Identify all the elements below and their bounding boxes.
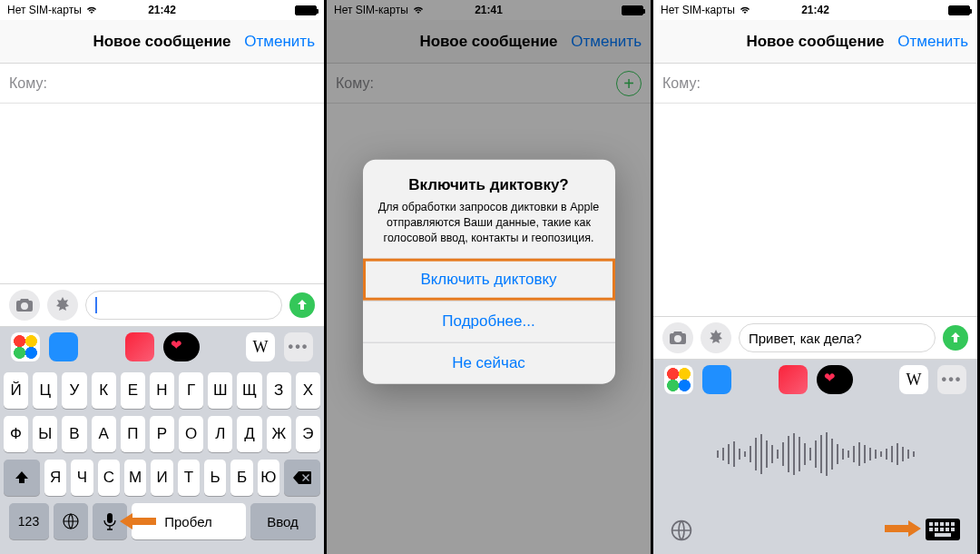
- music-app-icon[interactable]: [779, 365, 808, 394]
- app-strip: W •••: [653, 360, 977, 400]
- alert-message: Для обработки запросов диктовки в Apple …: [377, 200, 601, 246]
- backspace-key[interactable]: [284, 460, 320, 496]
- key-Т[interactable]: Т: [178, 460, 200, 496]
- alert-later-button[interactable]: Не сейчас: [363, 341, 615, 383]
- more-apps-icon[interactable]: •••: [284, 332, 313, 361]
- key-А[interactable]: А: [92, 416, 116, 452]
- svg-rect-9: [946, 522, 949, 526]
- key-Ю[interactable]: Ю: [258, 460, 279, 496]
- return-key[interactable]: Ввод: [250, 503, 316, 539]
- dictation-key[interactable]: [93, 503, 127, 539]
- waveform-bar: [728, 444, 730, 464]
- to-label: Кому:: [9, 75, 47, 92]
- waveform-bar: [880, 451, 882, 457]
- keyboard-row-2: ФЫВАПРОЛДЖЭ: [4, 416, 320, 452]
- message-body[interactable]: [653, 104, 977, 316]
- numeric-key[interactable]: 123: [9, 503, 49, 539]
- key-С[interactable]: С: [98, 460, 120, 496]
- dictation-panel: [653, 400, 977, 554]
- key-М[interactable]: М: [124, 460, 146, 496]
- waveform-bar: [793, 433, 795, 475]
- key-В[interactable]: В: [62, 416, 86, 452]
- to-field[interactable]: Кому:: [0, 64, 324, 104]
- waveform-bar: [842, 449, 844, 460]
- waveform-bar: [799, 437, 800, 471]
- photos-app-icon[interactable]: [664, 365, 693, 394]
- alert-more-button[interactable]: Подробнее...: [363, 300, 615, 341]
- photos-app-icon[interactable]: [11, 332, 40, 361]
- key-Р[interactable]: Р: [150, 416, 174, 452]
- appstore-app-icon[interactable]: [49, 332, 78, 361]
- alert-enable-button[interactable]: Включить диктовку: [363, 258, 615, 300]
- key-О[interactable]: О: [179, 416, 203, 452]
- keyboard: ЙЦУКЕНГШЩЗХ ФЫВАПРОЛДЖЭ ЯЧСМИТЬБЮ 123 Пр…: [0, 367, 324, 554]
- key-Й[interactable]: Й: [4, 372, 28, 409]
- backspace-icon: [292, 470, 312, 485]
- status-bar: Нет SIM-карты 21:41: [327, 0, 651, 20]
- screen-2-enable-dictation-alert: Нет SIM-карты 21:41 Новое сообщение Отме…: [327, 0, 653, 554]
- waveform-bar: [853, 446, 855, 462]
- key-Г[interactable]: Г: [179, 372, 203, 409]
- svg-rect-15: [951, 528, 955, 531]
- add-contact-button[interactable]: +: [616, 71, 642, 96]
- key-Ф[interactable]: Ф: [4, 416, 28, 452]
- nav-title: Новое сообщение: [327, 33, 651, 51]
- key-Л[interactable]: Л: [208, 416, 232, 452]
- appstore-button[interactable]: [701, 322, 731, 353]
- key-Ж[interactable]: Ж: [267, 416, 291, 452]
- waveform-bar: [848, 450, 849, 458]
- waveform-bar: [913, 451, 915, 457]
- waveform-bar: [760, 434, 762, 474]
- key-Ы[interactable]: Ы: [33, 416, 57, 452]
- message-body[interactable]: [0, 104, 324, 283]
- key-Х[interactable]: Х: [296, 372, 320, 409]
- key-Ч[interactable]: Ч: [71, 460, 93, 496]
- waveform-bar: [804, 443, 806, 465]
- arrow-up-icon: [296, 299, 309, 312]
- shift-key[interactable]: [4, 460, 40, 496]
- key-Д[interactable]: Д: [237, 416, 261, 452]
- nav-bar: Новое сообщение Отменить: [653, 20, 977, 64]
- key-З[interactable]: З: [267, 372, 291, 409]
- key-Н[interactable]: Н: [150, 372, 174, 409]
- to-field[interactable]: Кому:: [653, 64, 977, 104]
- key-Ц[interactable]: Ц: [33, 372, 57, 409]
- key-К[interactable]: К: [92, 372, 116, 409]
- battery-icon: [295, 5, 317, 15]
- globe-button[interactable]: [670, 519, 695, 544]
- digital-touch-icon[interactable]: [817, 365, 853, 394]
- wikipedia-app-icon[interactable]: W: [246, 332, 275, 361]
- key-П[interactable]: П: [121, 416, 145, 452]
- key-Э[interactable]: Э: [296, 416, 320, 452]
- appstore-button[interactable]: [47, 290, 78, 321]
- waveform-bar: [733, 441, 735, 467]
- send-button[interactable]: [289, 292, 315, 318]
- key-Ь[interactable]: Ь: [204, 460, 226, 496]
- waveform-bar: [766, 440, 768, 468]
- camera-button[interactable]: [9, 290, 40, 321]
- key-Е[interactable]: Е: [121, 372, 145, 409]
- message-input[interactable]: Привет, как дела?: [739, 323, 936, 352]
- nav-title: Новое сообщение: [653, 33, 977, 51]
- globe-key[interactable]: [54, 503, 88, 539]
- music-app-icon[interactable]: [125, 332, 154, 361]
- digital-touch-icon[interactable]: [163, 332, 200, 361]
- to-field[interactable]: Кому: +: [327, 64, 651, 104]
- key-И[interactable]: И: [151, 460, 172, 496]
- camera-button[interactable]: [662, 322, 693, 353]
- compose-row: Привет, как дела?: [653, 316, 977, 360]
- space-key[interactable]: Пробел: [132, 503, 246, 539]
- keyboard-toggle-button[interactable]: [925, 529, 961, 544]
- battery-icon: [948, 5, 970, 15]
- appstore-app-icon[interactable]: [702, 365, 731, 394]
- wikipedia-app-icon[interactable]: W: [899, 365, 928, 394]
- waveform-bar: [864, 445, 866, 463]
- key-Ш[interactable]: Ш: [208, 372, 232, 409]
- more-apps-icon[interactable]: •••: [937, 365, 966, 394]
- key-Я[interactable]: Я: [44, 460, 66, 496]
- send-button[interactable]: [943, 325, 968, 351]
- key-Б[interactable]: Б: [230, 460, 252, 496]
- message-input[interactable]: [85, 291, 282, 320]
- key-У[interactable]: У: [62, 372, 86, 409]
- key-Щ[interactable]: Щ: [237, 372, 261, 409]
